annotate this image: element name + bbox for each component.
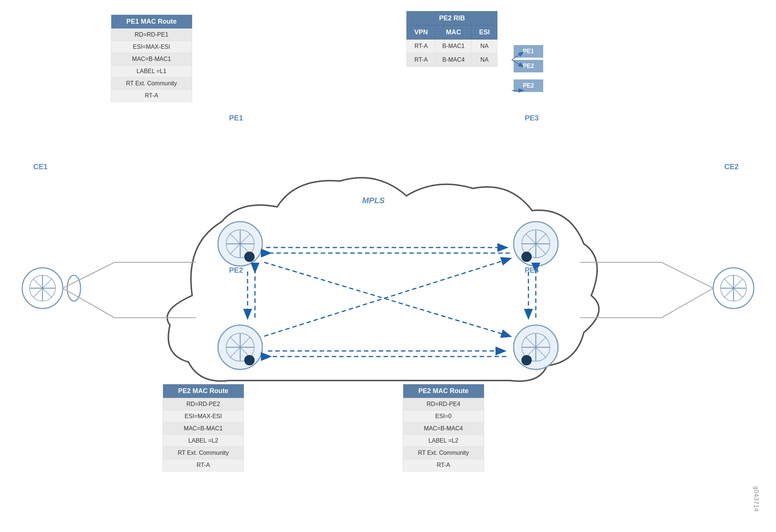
mpls-label: MPLS [362, 196, 385, 205]
network-diagram [0, 103, 776, 392]
pe1-table-title: PE1 MAC Route [111, 15, 192, 29]
pe1-row-2: ESI=MAX-ESI [111, 41, 192, 53]
pe1-row-1: RD=RD-PE1 [111, 29, 192, 41]
rib-arrows [406, 30, 536, 111]
ce1-router [22, 268, 63, 308]
pe1-row-6: RT-A [111, 90, 192, 102]
pe2-rib-title: PE2 RIB [407, 11, 497, 25]
ce2-router [713, 268, 754, 308]
pe3-router [514, 222, 558, 266]
pe3-label: PE3 [525, 114, 539, 122]
pe4-router [514, 325, 558, 369]
pe2-row-4: LABEL =L2 [163, 435, 244, 447]
pe4-row-2: ESI=0 [403, 410, 484, 423]
svg-line-0 [512, 52, 523, 60]
pe4-table-title: PE2 MAC Route [403, 384, 484, 398]
svg-point-29 [244, 355, 255, 365]
svg-point-43 [521, 355, 532, 365]
pe2-row-5: RT Ext. Community [163, 447, 244, 459]
main-container: PE1 MAC Route RD=RD-PE1 ESI=MAX-ESI MAC=… [0, 0, 776, 532]
svg-point-36 [521, 252, 532, 262]
ce1-label: CE1 [33, 163, 48, 171]
pe4-row-4: LABEL =L2 [403, 435, 484, 447]
pe2-mac-route-table: PE2 MAC Route RD=RD-PE2 ESI=MAX-ESI MAC=… [163, 384, 244, 471]
pe2-label: PE2 [229, 266, 243, 274]
pe1-router [218, 222, 262, 266]
svg-point-22 [244, 252, 255, 262]
pe4-mac-route-table: PE2 MAC Route RD=RD-PE4 ESI=0 MAC=B-MAC4… [403, 384, 484, 471]
pe1-row-3: MAC=B-MAC1 [111, 53, 192, 65]
pe2-row-6: RT-A [163, 459, 244, 471]
diagram-id: g043714 [752, 486, 759, 512]
pe2-router [218, 325, 262, 369]
pe1-label: PE1 [229, 114, 243, 122]
pe2-table-title: PE2 MAC Route [163, 384, 244, 398]
pe4-row-6: RT-A [403, 459, 484, 471]
pe1-row-4: LABEL =L1 [111, 65, 192, 78]
pe4-row-3: MAC=B-MAC4 [403, 423, 484, 435]
pe4-row-5: RT Ext. Community [403, 447, 484, 459]
pe2-row-3: MAC=B-MAC1 [163, 423, 244, 435]
pe4-row-1: RD=RD-PE4 [403, 398, 484, 410]
ce2-label: CE2 [724, 163, 739, 171]
pe1-row-5: RT Ext. Community [111, 78, 192, 90]
pe2-row-1: RD=RD-PE2 [163, 398, 244, 410]
pe1-mac-route-table: PE1 MAC Route RD=RD-PE1 ESI=MAX-ESI MAC=… [111, 15, 192, 102]
svg-line-1 [512, 60, 523, 66]
pe4-label: PE4 [525, 266, 539, 274]
pe2-row-2: ESI=MAX-ESI [163, 410, 244, 423]
